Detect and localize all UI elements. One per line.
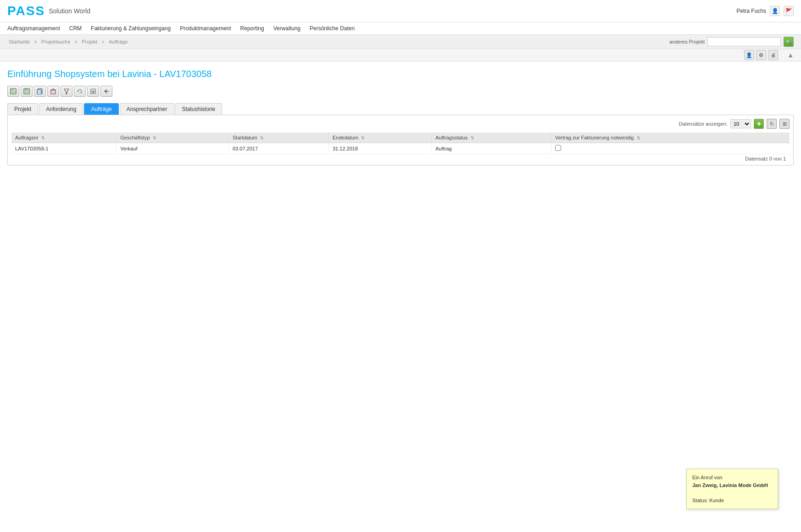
breadcrumb-projekt[interactable]: Projekt (82, 39, 97, 44)
table-container: Datensätze anzeigen: 5 10 20 50 100 ✚ ↻ … (7, 115, 794, 166)
logo-pass: PASS (7, 4, 45, 18)
cell-geschaeftstyp: Verkauf (117, 143, 229, 154)
cell-auftragsstatus: Auftrag (432, 143, 551, 154)
col-endedatum-label: Endedatum (333, 135, 358, 140)
breadcrumb-sep1: > (34, 39, 39, 44)
page-title: Einführung Shopsystem bei Lavinia - LAV1… (7, 69, 794, 79)
breadcrumb-row: Startseite > Projektsuche > Projekt > Au… (0, 35, 801, 49)
col-auftragsnr-sort: ⇅ (41, 136, 45, 140)
col-vertrag-sort: ⇅ (637, 136, 640, 140)
col-startdatum-sort: ⇅ (260, 136, 264, 140)
table-footer-text: Datensatz 0 von 1 (745, 156, 786, 161)
tab-statushistorie[interactable]: Statushistorie (175, 103, 222, 115)
action-back-btn[interactable] (100, 86, 112, 97)
project-filter: anderes Projekt 🔍 (669, 37, 794, 47)
action-export-btn[interactable] (87, 86, 99, 97)
svg-rect-9 (51, 90, 56, 94)
action-save-btn[interactable] (7, 86, 19, 97)
cell-vertrag[interactable] (551, 143, 790, 154)
breadcrumb-sep2: > (75, 39, 79, 44)
scroll-up-btn[interactable]: ▲ (787, 51, 794, 59)
nav-crm[interactable]: CRM (69, 25, 82, 32)
toolbar-person-btn[interactable]: 👤 (744, 50, 754, 60)
svg-rect-5 (25, 91, 28, 93)
nav-persoenliche-daten[interactable]: Persönliche Daten (310, 25, 355, 32)
header-right: Petra Fuchs 👤 🚩 (736, 6, 794, 16)
col-auftragsstatus-sort: ⇅ (471, 136, 474, 140)
col-geschaeftstyp[interactable]: Geschäftstyp ⇅ (117, 133, 229, 143)
col-endedatum-sort: ⇅ (361, 136, 365, 140)
col-auftragsstatus[interactable]: Auftragsstatus ⇅ (432, 133, 551, 143)
svg-text:+: + (28, 88, 29, 91)
project-filter-btn[interactable]: 🔍 (784, 37, 794, 47)
main-content: Einführung Shopsystem bei Lavinia - LAV1… (0, 61, 801, 173)
table-controls: Datensätze anzeigen: 5 10 20 50 100 ✚ ↻ … (11, 119, 790, 129)
col-auftragsnr-label: Auftragsnr (15, 135, 39, 140)
records-select[interactable]: 5 10 20 50 100 (730, 119, 751, 128)
col-vertrag-label: Vertrag zur Fakturierung notwendig (555, 135, 634, 140)
records-label: Datensätze anzeigen: (679, 121, 728, 127)
nav-produktmanagement[interactable]: Produktmanagement (180, 25, 231, 32)
project-filter-input[interactable] (707, 37, 781, 46)
svg-marker-13 (77, 90, 79, 92)
action-delete-btn[interactable] (47, 86, 59, 97)
breadcrumb: Startseite > Projektsuche > Projekt > Au… (7, 39, 129, 44)
nav-auftragsmanagement[interactable]: Auftragsmanagement (7, 25, 60, 32)
vertrag-checkbox[interactable] (555, 145, 561, 151)
cell-auftragsnr: LAV1703058-1 (11, 143, 117, 154)
breadcrumb-startseite[interactable]: Startseite (9, 39, 30, 44)
project-filter-label: anderes Projekt (669, 39, 705, 44)
logo-subtitle: Solution World (49, 7, 90, 15)
table-header-row: Auftragsnr ⇅ Geschäftstyp ⇅ Startdatum ⇅… (11, 133, 790, 143)
nav-fakturierung[interactable]: Fakturierung & Zahlungseingang (91, 25, 171, 32)
tab-auftraege[interactable]: Aufträge (84, 103, 118, 115)
breadcrumb-sep3: > (101, 39, 106, 44)
col-startdatum[interactable]: Startdatum ⇅ (228, 133, 328, 143)
cell-endedatum: 31.12.2018 (328, 143, 431, 154)
nav-verwaltung[interactable]: Verwaltung (273, 25, 300, 32)
action-save2-btn[interactable]: + (21, 86, 33, 97)
action-filter-btn[interactable] (61, 86, 72, 97)
col-vertrag[interactable]: Vertrag zur Fakturierung notwendig ⇅ (551, 133, 790, 143)
svg-rect-2 (11, 91, 15, 93)
tabs: Projekt Anforderung Aufträge Ansprechpar… (7, 103, 794, 115)
user-name: Petra Fuchs (736, 8, 766, 14)
data-table: Auftragsnr ⇅ Geschäftstyp ⇅ Startdatum ⇅… (11, 133, 790, 154)
table-export-btn[interactable]: ⊞ (779, 119, 790, 129)
action-copy-btn[interactable] (34, 86, 46, 97)
table-add-btn[interactable]: ✚ (754, 119, 764, 129)
logo-area: PASS Solution World (7, 4, 90, 18)
navbar: Auftragsmanagement CRM Fakturierung & Za… (0, 22, 801, 35)
svg-rect-1 (11, 89, 14, 90)
table-footer: Datensatz 0 von 1 (11, 154, 790, 161)
col-auftragsstatus-label: Auftragsstatus (435, 135, 467, 140)
toolbar-hierarchy-btn[interactable]: ⚙ (756, 50, 766, 60)
tab-anforderung[interactable]: Anforderung (39, 103, 83, 115)
action-toolbar: + (7, 86, 794, 97)
top-toolbar-row: 👤 ⚙ 🖨 ▲ (0, 49, 801, 61)
tab-projekt[interactable]: Projekt (7, 103, 38, 115)
svg-rect-4 (25, 89, 27, 90)
col-geschaeftstyp-sort: ⇅ (153, 136, 156, 140)
action-refresh-btn[interactable] (74, 86, 86, 97)
flag-icon-btn[interactable]: 🚩 (784, 6, 794, 16)
tab-ansprechpartner[interactable]: Ansprechpartner (120, 103, 174, 115)
col-auftragsnr[interactable]: Auftragsnr ⇅ (11, 133, 117, 143)
user-icon-btn[interactable]: 👤 (770, 6, 780, 16)
col-geschaeftstyp-label: Geschäftstyp (120, 135, 150, 140)
header: PASS Solution World Petra Fuchs 👤 🚩 (0, 0, 801, 22)
svg-marker-12 (64, 89, 69, 94)
breadcrumb-auftraege: Aufträge (109, 39, 128, 44)
svg-rect-8 (37, 89, 41, 94)
table-row[interactable]: LAV1703058-1 Verkauf 03.07.2017 31.12.20… (11, 143, 790, 154)
table-refresh-btn[interactable]: ↻ (767, 119, 777, 129)
col-startdatum-label: Startdatum (233, 135, 257, 140)
toolbar-print-btn[interactable]: 🖨 (768, 50, 778, 60)
cell-startdatum: 03.07.2017 (228, 143, 328, 154)
breadcrumb-projektsuche[interactable]: Projektsuche (41, 39, 71, 44)
nav-reporting[interactable]: Reporting (240, 25, 264, 32)
col-endedatum[interactable]: Endedatum ⇅ (328, 133, 431, 143)
